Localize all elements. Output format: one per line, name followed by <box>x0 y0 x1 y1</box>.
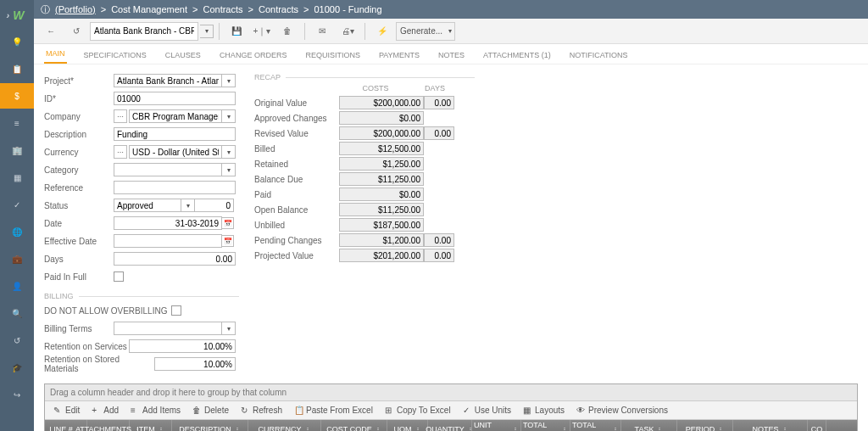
effective-calendar-icon[interactable]: 📅 <box>222 235 234 247</box>
grid-refresh-button[interactable]: ↻Refresh <box>236 404 287 417</box>
sidebar-check[interactable]: ✓ <box>0 192 34 217</box>
reference-field[interactable] <box>114 181 236 194</box>
sidebar-bars[interactable]: ≡ <box>0 110 34 136</box>
ret-svc-field[interactable] <box>129 339 236 353</box>
status-num[interactable] <box>195 199 234 212</box>
status-dropdown[interactable]: ▾ <box>181 199 195 212</box>
tab-specifications[interactable]: SPECIFICATIONS <box>82 47 148 64</box>
description-field[interactable] <box>114 127 236 141</box>
sidebar-graduation[interactable]: 🎓 <box>0 355 34 380</box>
tab-main[interactable]: MAIN <box>44 45 67 64</box>
label-category: Category <box>44 165 114 175</box>
sidebar-building[interactable]: 🏢 <box>0 137 34 163</box>
id-field[interactable] <box>114 92 236 105</box>
col-co[interactable]: CO <box>808 420 826 431</box>
expand-icon[interactable]: › <box>7 10 10 20</box>
delete-button[interactable]: 🗑 <box>275 21 299 42</box>
tab-clauses[interactable]: CLAUSES <box>164 47 203 64</box>
company-lookup[interactable]: ⋯ <box>114 109 127 123</box>
context-select[interactable] <box>90 22 198 41</box>
date-field[interactable] <box>114 216 222 230</box>
col-total-cost[interactable]: TOTAL COST⋮ <box>521 420 570 431</box>
category-dropdown[interactable]: ▾ <box>222 163 236 176</box>
company-field[interactable] <box>129 109 222 123</box>
tab-change-orders[interactable]: CHANGE ORDERS <box>218 47 289 64</box>
overbill-checkbox[interactable] <box>171 305 181 316</box>
date-calendar-icon[interactable]: 📅 <box>222 217 234 229</box>
recap-section: RECAP <box>254 73 475 81</box>
grid-preview-button[interactable]: 👁Preview Conversions <box>571 404 673 417</box>
grid-delete-button[interactable]: 🗑Delete <box>187 404 234 417</box>
col-uom[interactable]: UOM⋮ <box>387 420 428 431</box>
grid-add-button[interactable]: +Add <box>86 404 124 417</box>
sidebar-grid[interactable]: ▦ <box>0 165 34 190</box>
col-period[interactable]: PERIOD⋮ <box>677 420 733 431</box>
billing-terms-field[interactable] <box>114 322 222 335</box>
billing-terms-dropdown[interactable]: ▾ <box>222 322 236 335</box>
tab-notes[interactable]: NOTES <box>437 47 466 64</box>
col-unit-cost[interactable]: UNIT COST⋮ <box>472 420 521 431</box>
grid-add-items-button[interactable]: ≡Add Items <box>125 404 186 417</box>
grid-paste-button[interactable]: 📋Paste From Excel <box>289 404 378 417</box>
col-notes[interactable]: NOTES⋮ <box>733 420 808 431</box>
col-attachments[interactable]: ATTACHMENTS⋮ <box>87 420 130 431</box>
label-description: Description <box>44 130 114 139</box>
currency-lookup[interactable]: ⋯ <box>114 145 127 159</box>
recap-label: Billed <box>254 144 339 154</box>
info-icon[interactable]: ⓘ <box>41 3 50 16</box>
sidebar-briefcase[interactable]: 💼 <box>0 246 34 271</box>
recap-days <box>424 126 454 140</box>
project-dropdown[interactable]: ▾ <box>222 74 236 87</box>
grid-units-button[interactable]: ✓Use Units <box>458 404 516 417</box>
col-task[interactable]: TASK⋮ <box>621 420 677 431</box>
sidebar-clipboard[interactable]: 📋 <box>0 56 34 81</box>
grid-edit-button[interactable]: ✎Edit <box>48 404 85 417</box>
days-field[interactable] <box>114 252 236 266</box>
add-button[interactable]: +｜▾ <box>250 21 274 42</box>
grid-group-hint[interactable]: Drag a column header and drop it here to… <box>45 384 857 401</box>
history-button[interactable]: ↺ <box>64 21 88 42</box>
col-currency[interactable]: CURRENCY⋮ <box>248 420 321 431</box>
sidebar-bulb[interactable]: 💡 <box>0 29 34 54</box>
back-button[interactable]: ← <box>39 21 63 42</box>
generate-dropdown[interactable]: Generate... <box>396 22 455 41</box>
breadcrumb-portfolio[interactable]: (Portfolio) <box>55 4 96 14</box>
mail-button[interactable]: ✉ <box>310 21 334 42</box>
recap-label: Unbilled <box>254 221 339 230</box>
label-overbill: DO NOT ALLOW OVERBILLING <box>44 306 171 316</box>
ret-mat-field[interactable] <box>154 357 236 371</box>
tab-payments[interactable]: PAYMENTS <box>377 47 421 64</box>
bolt-icon: ⚡ <box>370 21 394 42</box>
main-toolbar: ← ↺ ▾ 💾 +｜▾ 🗑 ✉ 🖨▾ ⚡ Generate... <box>34 19 868 44</box>
col-quantity[interactable]: QUANTITY⋮ <box>428 420 472 431</box>
context-dropdown[interactable]: ▾ <box>200 25 214 38</box>
recap-label: Balance Due <box>254 175 339 184</box>
sidebar-dollar[interactable]: $ <box>0 83 34 109</box>
status-field[interactable] <box>114 199 181 212</box>
save-button[interactable]: 💾 <box>225 21 248 42</box>
print-button[interactable]: 🖨▾ <box>336 21 359 42</box>
grid-layouts-button[interactable]: ▦Layouts <box>518 404 570 417</box>
col-cost-code[interactable]: COST CODE⋮ <box>321 420 387 431</box>
sidebar-globe[interactable]: 🌐 <box>0 219 34 244</box>
col-description[interactable]: DESCRIPTION⋮ <box>172 420 248 431</box>
label-ret-mat: Retention on Stored Materials <box>44 355 154 373</box>
currency-dropdown[interactable]: ▾ <box>222 145 236 159</box>
currency-field[interactable] <box>129 145 222 159</box>
tab-requisitions[interactable]: REQUISITIONS <box>303 47 362 64</box>
sidebar-user[interactable]: 👤 <box>0 273 34 299</box>
recap-cost <box>339 111 424 125</box>
category-field[interactable] <box>114 163 222 176</box>
paid-checkbox[interactable] <box>114 271 124 282</box>
effective-field[interactable] <box>114 234 222 248</box>
company-dropdown[interactable]: ▾ <box>222 109 236 123</box>
tab-notifications[interactable]: NOTIFICATIONS <box>568 47 630 64</box>
sidebar-search[interactable]: 🔍 <box>0 300 34 326</box>
sidebar-history[interactable]: ↺ <box>0 327 34 353</box>
col-item[interactable]: ITEM⋮ <box>130 420 172 431</box>
tab-attachments[interactable]: ATTACHMENTS (1) <box>481 47 553 64</box>
project-field[interactable] <box>114 74 222 87</box>
col-total-price[interactable]: TOTAL PRICE⋮ <box>570 420 621 431</box>
sidebar-logout[interactable]: ↪ <box>0 382 34 407</box>
grid-copy-button[interactable]: ⊞Copy To Excel <box>380 404 456 417</box>
